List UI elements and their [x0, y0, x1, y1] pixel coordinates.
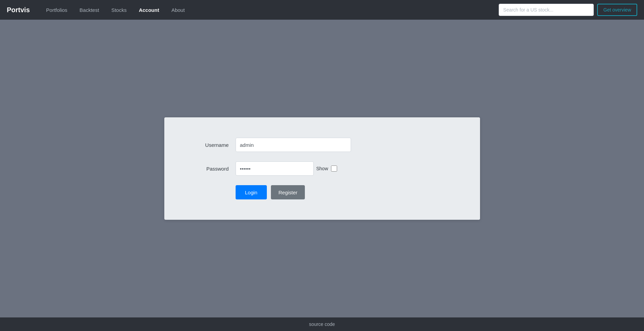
nav-link-stocks[interactable]: Stocks: [105, 0, 133, 20]
nav-link-account[interactable]: Account: [133, 0, 165, 20]
nav-links: Portfolios Backtest Stocks Account About: [40, 0, 499, 20]
show-label: Show: [316, 166, 328, 171]
source-code-link[interactable]: source code: [309, 322, 335, 327]
register-button[interactable]: Register: [271, 185, 305, 199]
username-row: Username: [191, 138, 453, 152]
navbar: Portvis Portfolios Backtest Stocks Accou…: [0, 0, 644, 20]
nav-link-backtest[interactable]: Backtest: [73, 0, 105, 20]
nav-link-about[interactable]: About: [165, 0, 191, 20]
login-button[interactable]: Login: [236, 185, 267, 199]
navbar-right: Get overview: [499, 4, 637, 16]
footer: source code: [0, 317, 644, 331]
password-input[interactable]: [236, 161, 314, 176]
username-input[interactable]: [236, 138, 351, 152]
password-label: Password: [191, 166, 236, 172]
brand-logo[interactable]: Portvis: [7, 6, 30, 14]
username-label: Username: [191, 142, 236, 148]
get-overview-button[interactable]: Get overview: [597, 4, 637, 16]
password-wrapper: Show: [236, 161, 337, 176]
nav-link-portfolios[interactable]: Portfolios: [40, 0, 74, 20]
login-card: Username Password Show Login Register: [164, 117, 480, 220]
search-input[interactable]: [499, 4, 594, 16]
main-content: Username Password Show Login Register: [0, 20, 644, 317]
show-password-checkbox[interactable]: [331, 166, 337, 172]
form-actions: Login Register: [236, 185, 453, 199]
password-row: Password Show: [191, 161, 453, 176]
